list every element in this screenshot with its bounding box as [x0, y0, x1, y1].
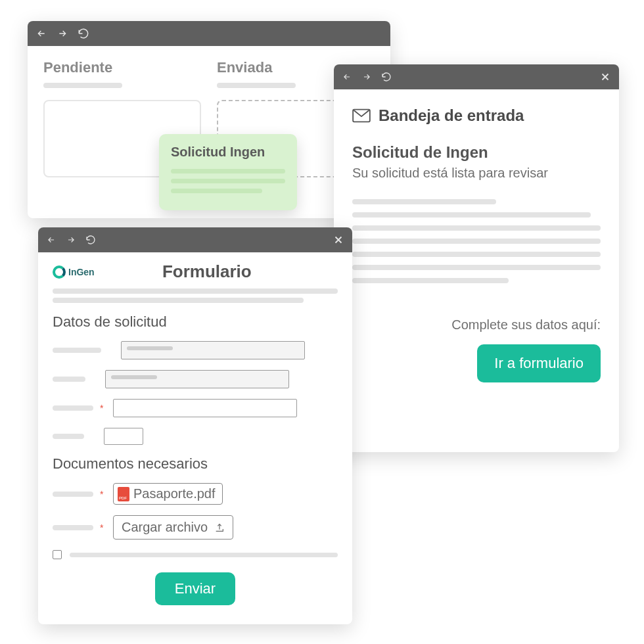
refresh-icon[interactable]: [78, 28, 89, 39]
small-input[interactable]: [104, 428, 143, 445]
close-icon[interactable]: [333, 234, 344, 246]
column-title: Pendiente: [43, 59, 201, 76]
placeholder-line: [217, 83, 296, 88]
placeholder-line: [171, 169, 285, 173]
form-window: InGen Formulario Datos de solicitud *: [38, 227, 352, 624]
uploaded-file-chip[interactable]: Pasaporte.pdf: [113, 483, 223, 505]
inbox-header: Bandeja de entrada: [352, 106, 601, 125]
placeholder-line: [43, 83, 122, 88]
required-marker: *: [100, 403, 106, 413]
upload-icon: [214, 522, 225, 533]
refresh-icon[interactable]: [381, 72, 392, 82]
mail-title: Solicitud de Ingen: [352, 143, 601, 162]
section-documents: Documentos necesarios: [53, 455, 338, 472]
cta-text: Complete sus datos aquí:: [352, 317, 601, 333]
field-label-placeholder: [53, 348, 101, 353]
field-label-placeholder: [53, 434, 84, 439]
mail-icon: [352, 108, 371, 123]
dragging-card[interactable]: Solicitud Ingen: [159, 134, 297, 210]
form-field-file: * Pasaporte.pdf: [53, 483, 338, 505]
placeholder-line: [171, 179, 285, 183]
text-input[interactable]: [121, 341, 305, 359]
field-label-placeholder: [53, 492, 93, 497]
upload-button[interactable]: Cargar archivo: [113, 515, 233, 540]
go-to-form-button[interactable]: Ir a formulario: [477, 344, 601, 382]
section-request-data: Datos de solicitud: [53, 313, 338, 331]
text-input[interactable]: [105, 370, 289, 388]
forward-icon[interactable]: [361, 72, 372, 81]
inbox-title: Bandeja de entrada: [379, 106, 524, 125]
card-title: Solicitud Ingen: [171, 145, 285, 160]
back-icon[interactable]: [35, 28, 47, 39]
titlebar: [38, 227, 352, 252]
placeholder-line: [53, 288, 338, 294]
field-label-placeholder: [53, 377, 85, 382]
email-window: Bandeja de entrada Solicitud de Ingen Su…: [334, 64, 619, 452]
form-title: Formulario: [103, 262, 338, 282]
field-label-placeholder: [53, 525, 93, 530]
brand-name: InGen: [68, 267, 95, 277]
consent-row: [53, 550, 338, 559]
submit-button[interactable]: Enviar: [155, 572, 235, 605]
required-marker: *: [100, 489, 106, 499]
checkbox[interactable]: [53, 550, 62, 559]
field-label-placeholder: [53, 405, 93, 411]
titlebar: [28, 21, 390, 46]
placeholder-line: [70, 553, 338, 557]
forward-icon[interactable]: [57, 28, 68, 39]
form-field: [53, 370, 338, 388]
text-input[interactable]: [113, 399, 297, 417]
form-field: [53, 428, 338, 445]
form-field: [53, 341, 338, 359]
upload-label: Cargar archivo: [122, 520, 208, 535]
form-field: *: [53, 399, 338, 417]
back-icon[interactable]: [46, 235, 57, 244]
placeholder-line: [171, 189, 262, 193]
back-icon[interactable]: [342, 72, 352, 81]
forward-icon[interactable]: [66, 235, 76, 244]
close-icon[interactable]: [599, 71, 611, 83]
refresh-icon[interactable]: [85, 235, 96, 245]
form-field-file: * Cargar archivo: [53, 515, 338, 540]
placeholder-line: [53, 298, 304, 303]
logo-icon: [53, 265, 66, 279]
file-name: Pasaporte.pdf: [133, 486, 216, 501]
titlebar: [334, 64, 619, 89]
required-marker: *: [100, 522, 106, 533]
pdf-icon: [118, 487, 129, 501]
mail-body-placeholder: [352, 199, 601, 283]
mail-subtitle: Su solicitud está lista para revisar: [352, 166, 601, 181]
brand-logo: InGen: [53, 265, 95, 279]
